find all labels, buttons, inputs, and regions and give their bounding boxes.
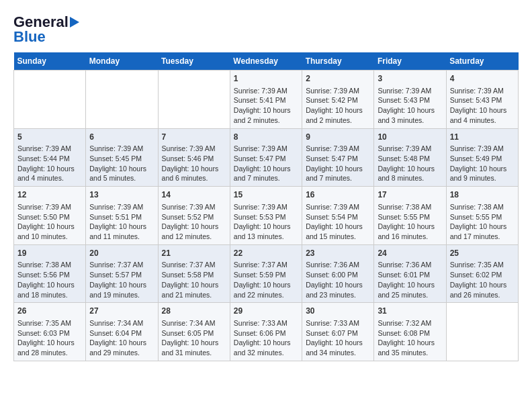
calendar-cell: 10Sunrise: 7:39 AM Sunset: 5:48 PM Dayli…: [374, 128, 446, 187]
calendar-cell: 6Sunrise: 7:39 AM Sunset: 5:45 PM Daylig…: [86, 128, 158, 187]
weekday-header: Monday: [86, 52, 158, 71]
calendar-cell: 30Sunrise: 7:33 AM Sunset: 6:07 PM Dayli…: [302, 303, 374, 361]
calendar-cell: 22Sunrise: 7:37 AM Sunset: 5:59 PM Dayli…: [230, 244, 302, 303]
day-number: 28: [162, 306, 226, 317]
weekday-header: Saturday: [446, 52, 518, 71]
calendar-week-row: 19Sunrise: 7:38 AM Sunset: 5:56 PM Dayli…: [14, 244, 519, 303]
calendar-cell: 26Sunrise: 7:35 AM Sunset: 6:03 PM Dayli…: [14, 303, 86, 361]
calendar-cell: 2Sunrise: 7:39 AM Sunset: 5:42 PM Daylig…: [302, 71, 374, 129]
calendar-week-row: 26Sunrise: 7:35 AM Sunset: 6:03 PM Dayli…: [14, 303, 519, 361]
calendar-cell: 4Sunrise: 7:39 AM Sunset: 5:43 PM Daylig…: [446, 71, 518, 129]
calendar-cell: [446, 303, 518, 361]
day-number: 19: [17, 248, 82, 259]
day-number: 22: [234, 248, 298, 259]
calendar-cell: 7Sunrise: 7:39 AM Sunset: 5:46 PM Daylig…: [158, 128, 230, 187]
calendar-cell: 18Sunrise: 7:38 AM Sunset: 5:55 PM Dayli…: [446, 187, 518, 245]
calendar-cell: 20Sunrise: 7:37 AM Sunset: 5:57 PM Dayli…: [86, 244, 158, 303]
day-number: 9: [306, 132, 370, 143]
day-number: 12: [17, 189, 82, 201]
calendar-cell: [86, 71, 158, 129]
logo-text-blue: Blue: [13, 28, 46, 46]
calendar-cell: 8Sunrise: 7:39 AM Sunset: 5:47 PM Daylig…: [230, 128, 302, 187]
calendar-cell: 1Sunrise: 7:39 AM Sunset: 5:41 PM Daylig…: [230, 71, 302, 129]
day-number: 17: [378, 189, 442, 201]
calendar-week-row: 12Sunrise: 7:39 AM Sunset: 5:50 PM Dayli…: [14, 187, 519, 245]
day-number: 27: [89, 306, 154, 317]
day-number: 2: [306, 73, 370, 85]
logo: General Blue: [13, 13, 79, 46]
calendar-cell: 21Sunrise: 7:37 AM Sunset: 5:58 PM Dayli…: [158, 244, 230, 303]
calendar-week-row: 1Sunrise: 7:39 AM Sunset: 5:41 PM Daylig…: [14, 71, 519, 129]
weekday-header: Thursday: [302, 52, 374, 71]
day-number: 8: [234, 132, 298, 143]
calendar-cell: 14Sunrise: 7:39 AM Sunset: 5:52 PM Dayli…: [158, 187, 230, 245]
calendar-week-row: 5Sunrise: 7:39 AM Sunset: 5:44 PM Daylig…: [14, 128, 519, 187]
day-number: 5: [17, 132, 82, 143]
calendar-cell: 23Sunrise: 7:36 AM Sunset: 6:00 PM Dayli…: [302, 244, 374, 303]
day-number: 16: [306, 189, 370, 201]
day-number: 20: [89, 248, 154, 259]
weekday-header: Wednesday: [230, 52, 302, 71]
day-number: 23: [306, 248, 370, 259]
day-number: 1: [234, 73, 298, 85]
calendar-cell: 29Sunrise: 7:33 AM Sunset: 6:06 PM Dayli…: [230, 303, 302, 361]
day-number: 31: [378, 306, 442, 317]
weekday-header: Sunday: [14, 52, 86, 71]
calendar-cell: [14, 71, 86, 129]
calendar-cell: 19Sunrise: 7:38 AM Sunset: 5:56 PM Dayli…: [14, 244, 86, 303]
calendar-cell: 15Sunrise: 7:39 AM Sunset: 5:53 PM Dayli…: [230, 187, 302, 245]
day-number: 13: [89, 189, 154, 201]
page-header: General Blue: [13, 13, 519, 46]
weekday-header-row: SundayMondayTuesdayWednesdayThursdayFrid…: [14, 52, 519, 71]
weekday-header: Friday: [374, 52, 446, 71]
day-number: 21: [162, 248, 226, 259]
day-number: 24: [378, 248, 442, 259]
calendar-cell: 5Sunrise: 7:39 AM Sunset: 5:44 PM Daylig…: [14, 128, 86, 187]
calendar-cell: 31Sunrise: 7:32 AM Sunset: 6:08 PM Dayli…: [374, 303, 446, 361]
calendar-cell: 16Sunrise: 7:39 AM Sunset: 5:54 PM Dayli…: [302, 187, 374, 245]
calendar-cell: 3Sunrise: 7:39 AM Sunset: 5:43 PM Daylig…: [374, 71, 446, 129]
calendar-cell: 17Sunrise: 7:38 AM Sunset: 5:55 PM Dayli…: [374, 187, 446, 245]
calendar-cell: 28Sunrise: 7:34 AM Sunset: 6:05 PM Dayli…: [158, 303, 230, 361]
calendar-cell: 9Sunrise: 7:39 AM Sunset: 5:47 PM Daylig…: [302, 128, 374, 187]
calendar-table: SundayMondayTuesdayWednesdayThursdayFrid…: [13, 52, 519, 361]
logo-arrow-icon: [70, 17, 79, 28]
calendar-cell: [158, 71, 230, 129]
day-number: 14: [162, 189, 226, 201]
calendar-cell: 24Sunrise: 7:36 AM Sunset: 6:01 PM Dayli…: [374, 244, 446, 303]
day-number: 15: [234, 189, 298, 201]
day-number: 30: [306, 306, 370, 317]
calendar-cell: 13Sunrise: 7:39 AM Sunset: 5:51 PM Dayli…: [86, 187, 158, 245]
day-number: 6: [89, 132, 154, 143]
calendar-cell: 12Sunrise: 7:39 AM Sunset: 5:50 PM Dayli…: [14, 187, 86, 245]
weekday-header: Tuesday: [158, 52, 230, 71]
day-number: 10: [378, 132, 442, 143]
calendar-cell: 25Sunrise: 7:35 AM Sunset: 6:02 PM Dayli…: [446, 244, 518, 303]
day-number: 7: [162, 132, 226, 143]
day-number: 29: [234, 306, 298, 317]
day-number: 25: [450, 248, 515, 259]
day-number: 4: [450, 73, 515, 85]
calendar-cell: 27Sunrise: 7:34 AM Sunset: 6:04 PM Dayli…: [86, 303, 158, 361]
day-number: 3: [378, 73, 442, 85]
day-number: 26: [17, 306, 82, 317]
day-number: 11: [450, 132, 515, 143]
calendar-cell: 11Sunrise: 7:39 AM Sunset: 5:49 PM Dayli…: [446, 128, 518, 187]
day-number: 18: [450, 189, 515, 201]
